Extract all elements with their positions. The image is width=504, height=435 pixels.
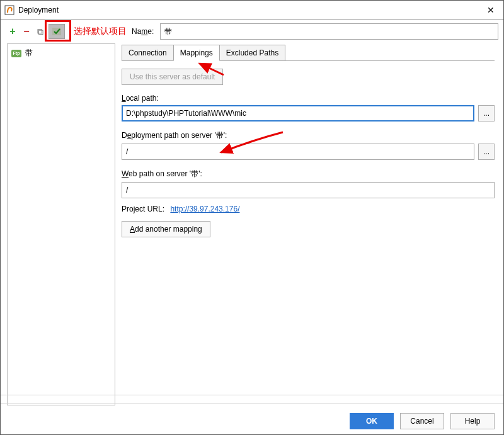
tabs: Connection Mappings Excluded Paths bbox=[122, 45, 495, 61]
tab-mappings[interactable]: Mappings bbox=[173, 45, 220, 61]
server-name-input[interactable] bbox=[160, 23, 498, 40]
use-this-server-as-default-button: Use this server as default bbox=[122, 69, 223, 85]
local-path-label: Local path: bbox=[122, 94, 495, 103]
svg-rect-0 bbox=[5, 6, 14, 14]
web-path-input[interactable] bbox=[122, 182, 495, 198]
toolbar: + − ⧉ 选择默认项目 Name: bbox=[1, 20, 503, 41]
name-label: Name: bbox=[132, 27, 154, 36]
deployment-path-input[interactable] bbox=[122, 144, 474, 160]
separator bbox=[1, 404, 503, 404]
add-button[interactable]: + bbox=[7, 26, 18, 37]
svg-rect-1 bbox=[52, 28, 61, 35]
help-button[interactable]: Help bbox=[450, 413, 495, 429]
browse-deployment-path-button[interactable]: ... bbox=[478, 144, 495, 160]
cancel-button[interactable]: Cancel bbox=[400, 413, 444, 429]
browse-local-path-button[interactable]: ... bbox=[478, 105, 495, 121]
remove-button[interactable]: − bbox=[21, 26, 32, 37]
server-list-item-label: 带 bbox=[25, 48, 33, 59]
deployment-path-label: Deployment path on server '带': bbox=[122, 130, 495, 141]
window-title: Deployment bbox=[18, 6, 59, 14]
project-url-label: Project URL: bbox=[122, 205, 164, 213]
ok-button[interactable]: OK bbox=[350, 413, 394, 429]
tab-excluded-paths[interactable]: Excluded Paths bbox=[219, 45, 285, 60]
ftp-icon: Ftp bbox=[11, 50, 21, 57]
tab-connection[interactable]: Connection bbox=[122, 45, 174, 60]
dialog-buttons: OK Cancel Help bbox=[350, 413, 495, 429]
title-bar: Deployment ✕ bbox=[1, 1, 503, 20]
app-icon bbox=[4, 5, 14, 15]
set-default-button[interactable] bbox=[49, 24, 65, 39]
main-panel: Connection Mappings Excluded Paths Use t… bbox=[115, 41, 503, 412]
web-path-label: Web path on server '带': bbox=[122, 169, 495, 179]
server-list-item[interactable]: Ftp 带 bbox=[9, 47, 113, 60]
local-path-input[interactable] bbox=[122, 105, 474, 121]
copy-button[interactable]: ⧉ bbox=[35, 26, 46, 37]
project-url-row: Project URL: http://39.97.243.176/ bbox=[122, 205, 495, 213]
add-another-mapping-button[interactable]: Add another mapping bbox=[122, 221, 210, 237]
separator bbox=[1, 395, 503, 395]
server-list[interactable]: Ftp 带 bbox=[7, 43, 115, 405]
close-button[interactable]: ✕ bbox=[483, 4, 498, 16]
annotation-text: 选择默认项目 bbox=[74, 26, 127, 37]
project-url-link[interactable]: http://39.97.243.176/ bbox=[170, 205, 239, 213]
